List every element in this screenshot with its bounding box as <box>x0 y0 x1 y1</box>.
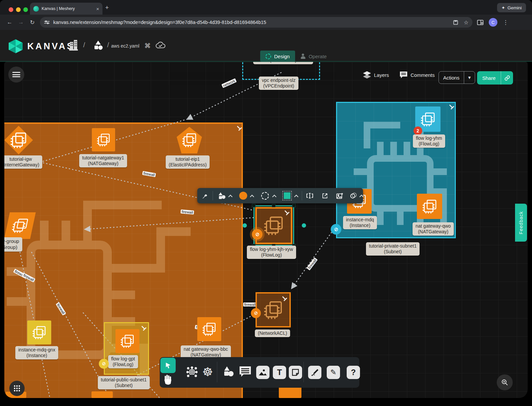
edge-label-firewall[interactable]: firewall <box>243 303 257 306</box>
chevron-up-icon[interactable] <box>272 194 276 199</box>
reading-list-icon[interactable] <box>477 20 483 25</box>
canvas-menu-button[interactable] <box>8 67 24 83</box>
gemini-button[interactable]: ✦ Gemini <box>497 3 526 12</box>
share-link-icon[interactable] <box>501 71 513 85</box>
node-nat-gateway-qwo[interactable] <box>417 194 442 219</box>
image-dock-icon[interactable] <box>256 366 269 379</box>
node-label-tutorial-eip1[interactable]: tutorial-eip1(ElasticIPAddress) <box>166 155 210 169</box>
edge-label-firewall[interactable]: firewall <box>306 257 318 270</box>
edge-label-network[interactable]: network <box>221 78 237 88</box>
design-canvas[interactable]: (RouteTable) vpc endpoint-slz(VPCEndpoin… <box>4 62 528 398</box>
open-in-new-icon[interactable] <box>317 193 332 199</box>
fill-swatch-icon[interactable] <box>280 192 295 199</box>
chevron-up-icon[interactable] <box>359 194 364 199</box>
window-close-button[interactable] <box>9 7 13 12</box>
tab-operate[interactable]: Operate <box>295 51 332 62</box>
organization-icon[interactable] <box>69 40 79 51</box>
kanvas-logo-icon[interactable] <box>9 39 23 53</box>
text-dock-icon[interactable]: T <box>273 366 286 379</box>
link-badge-icon[interactable] <box>252 229 263 240</box>
save-icon[interactable] <box>453 20 458 25</box>
node-label-al-security-group[interactable]: al-security-groupSecurityGroup) <box>4 237 22 252</box>
node-label-flow-log-yhm-kjh-xyw[interactable]: flow log-yhm-kjh-xyw(FlowLog) <box>247 246 296 259</box>
add-image-icon[interactable] <box>332 193 347 199</box>
site-info-icon[interactable] <box>44 20 50 25</box>
chevron-up-icon[interactable] <box>250 194 254 199</box>
color-swatch-icon[interactable] <box>236 192 251 200</box>
selection-handle[interactable] <box>252 204 256 207</box>
border-style-icon[interactable] <box>258 192 273 200</box>
window-minimize-button[interactable] <box>16 7 21 12</box>
node-flow-log-gpt[interactable] <box>115 329 139 353</box>
share-button[interactable]: Share <box>477 71 513 85</box>
shortcuts-icon[interactable]: ⌘ <box>144 42 151 50</box>
select-tool-button[interactable] <box>160 358 176 373</box>
node-instance-mdq-gnx[interactable] <box>27 320 51 344</box>
node-label-tutorial-private-subnet1[interactable]: tutorial-private-subnet1(Subnet) <box>366 242 420 256</box>
window-zoom-button[interactable] <box>23 7 28 12</box>
node-partial[interactable] <box>91 391 113 398</box>
tab-close-icon[interactable]: × <box>96 6 99 12</box>
link-badge-icon[interactable] <box>331 224 341 235</box>
kubernetes-tool-icon[interactable]: ☸ <box>202 366 213 378</box>
selection-handle[interactable] <box>292 204 296 207</box>
node-network-acl[interactable] <box>256 292 291 327</box>
chevron-up-icon[interactable] <box>228 194 233 199</box>
node-tutorial-natgateway1[interactable] <box>92 128 115 151</box>
configure-wrench-icon[interactable] <box>197 192 213 199</box>
actions-button[interactable]: Actions ▾ <box>439 71 475 84</box>
connection-dot[interactable] <box>302 223 306 228</box>
node-flow-log-kjh-selection[interactable] <box>254 205 294 246</box>
link-badge-icon[interactable] <box>99 359 109 369</box>
url-text[interactable]: kanvas.new/extension/meshmap?mode=design… <box>53 20 447 25</box>
node-label-tutorial-igw[interactable]: tutorial-igw(InternetGateway) <box>4 155 42 169</box>
comment-dock-icon[interactable] <box>239 366 252 378</box>
node-label-route-table[interactable]: (RouteTable) <box>253 62 313 64</box>
feedback-tab[interactable]: Feedback <box>515 204 527 242</box>
layers-button[interactable]: Layers <box>363 71 389 79</box>
chevron-up-icon[interactable] <box>294 194 299 199</box>
shapes-dock-icon[interactable] <box>222 366 234 379</box>
new-tab-button[interactable]: + <box>105 4 109 11</box>
cloud-sync-icon[interactable] <box>155 41 166 49</box>
node-nat-gateway-qwo-bbc[interactable] <box>197 317 221 341</box>
help-dock-icon[interactable]: ? <box>347 366 360 379</box>
node-flow-log-gpt-group[interactable]: flow log-gpt(FlowLog) <box>104 322 149 375</box>
node-label-tutorial-public-subnet1[interactable]: tutorial-public-subnet1(Subnet) <box>98 376 150 389</box>
resize-handle-icon[interactable] <box>141 326 145 329</box>
node-label-nat-gateway-qwo[interactable]: nat gateway-qwo(NATGateway) <box>413 222 454 236</box>
note-dock-icon[interactable] <box>289 366 302 379</box>
node-label-instance-mdq-gnx[interactable]: instance-mdq-gnx(Instance) <box>15 346 58 359</box>
apps-grid-button[interactable] <box>9 381 25 396</box>
tab-design[interactable]: Design <box>260 51 295 62</box>
group-style-icon[interactable] <box>347 192 360 199</box>
comments-button[interactable]: Comments <box>400 71 435 79</box>
node-label-flow-log-yhm[interactable]: flow log-yhm(FlowLog) <box>413 134 445 148</box>
design-file-name[interactable]: aws ec2.yaml <box>111 43 139 49</box>
selection-handle[interactable] <box>272 204 275 207</box>
components-tool-icon[interactable] <box>186 366 198 380</box>
browser-menu-icon[interactable]: ⋮ <box>503 19 508 26</box>
node-label-instance-mdq[interactable]: instance-mdq(Instance) <box>343 216 377 229</box>
node-label-flow-log-gpt[interactable]: flow log-gpt(FlowLog) <box>108 355 138 368</box>
designs-icon[interactable] <box>92 40 104 51</box>
node-label-network-acl[interactable]: (NetworkACL) <box>255 329 290 337</box>
forward-icon[interactable]: → <box>15 19 27 26</box>
shapes-tool-icon[interactable] <box>215 192 229 199</box>
bookmark-star-icon[interactable]: ☆ <box>464 19 468 26</box>
connection-dot[interactable] <box>243 223 247 228</box>
rename-icon[interactable] <box>302 193 317 199</box>
reload-icon[interactable]: ↻ <box>27 19 38 26</box>
browser-profile-avatar[interactable]: C <box>489 18 497 27</box>
address-bar[interactable]: kanvas.new/extension/meshmap?mode=design… <box>40 17 472 28</box>
actions-caret-icon[interactable]: ▾ <box>464 72 475 84</box>
pen-dock-icon[interactable] <box>308 366 321 379</box>
link-badge-icon[interactable] <box>251 308 261 318</box>
browser-tab[interactable]: Kanvas | Meshery × <box>30 3 102 15</box>
node-label-vpc-endpoint[interactable]: vpc endpoint-slz(VPCEndpoint) <box>259 77 298 90</box>
zoom-search-button[interactable] <box>497 374 513 390</box>
node-label-tutorial-natgateway1[interactable]: tutorial-natgateway1(NATGateway) <box>79 154 127 167</box>
back-icon[interactable]: ← <box>4 19 15 26</box>
pan-tool-button[interactable] <box>163 374 172 387</box>
pencil-dock-icon[interactable]: ✎ <box>327 366 340 379</box>
